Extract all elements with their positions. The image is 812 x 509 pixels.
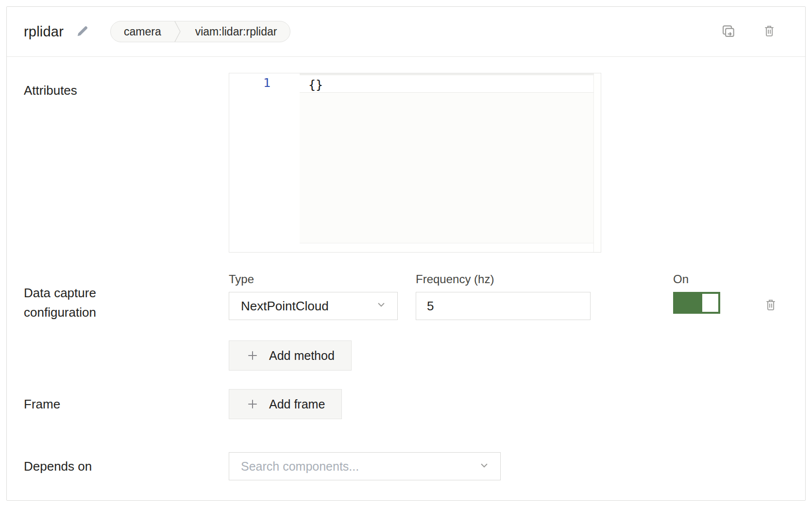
capture-type-group: Type NextPointCloud [229, 273, 398, 320]
chip-subtype: camera [111, 21, 174, 42]
attributes-row: Attributes 1 {} [24, 73, 788, 253]
data-capture-content: Type NextPointCloud Frequency (hz) [229, 273, 788, 371]
component-card: rplidar camera viam:lidar:rplidar [6, 6, 806, 501]
capture-type-label: Type [229, 273, 398, 285]
chevron-down-icon [478, 459, 491, 474]
editor-vertical-scrollbar[interactable] [593, 73, 601, 252]
depends-on-label: Depends on [24, 457, 229, 476]
component-type-chip: camera viam:lidar:rplidar [110, 21, 290, 42]
add-method-button[interactable]: Add method [229, 340, 352, 371]
attributes-label: Attributes [24, 81, 229, 100]
rename-button[interactable] [75, 24, 90, 40]
editor-line-number-gutter: 1 [229, 73, 300, 252]
add-frame-label: Add frame [269, 397, 325, 411]
depends-on-row: Depends on [24, 452, 788, 480]
data-capture-toggle[interactable] [673, 292, 720, 314]
capture-type-value: NextPointCloud [241, 299, 329, 314]
data-capture-row: Data capture configuration Type NextPoin… [24, 273, 788, 371]
delete-component-button[interactable] [762, 24, 776, 40]
pencil-icon [75, 24, 90, 40]
trash-icon [764, 298, 778, 314]
capture-frequency-input[interactable] [416, 292, 591, 320]
header-actions [721, 23, 776, 40]
component-header: rplidar camera viam:lidar:rplidar [7, 7, 805, 57]
plus-icon [246, 397, 259, 411]
delete-capture-method-button[interactable] [764, 298, 778, 314]
frame-content: Add frame [229, 389, 788, 419]
toggle-knob [702, 294, 718, 312]
frame-label: Frame [24, 394, 229, 414]
capture-frequency-label: Frequency (hz) [416, 273, 591, 285]
chevron-separator-icon [174, 21, 182, 42]
search-components-input[interactable] [229, 453, 478, 480]
frame-row: Frame Add frame [24, 389, 788, 419]
editor-horizontal-scrollbar[interactable] [300, 243, 601, 252]
component-body: Attributes 1 {} Data capture configurati… [7, 57, 805, 499]
editor-code-area[interactable]: {} [300, 73, 601, 252]
chip-model: viam:lidar:rplidar [182, 21, 290, 42]
add-frame-button[interactable]: Add frame [229, 389, 342, 419]
depends-on-select[interactable] [229, 452, 501, 480]
capture-toggle-group: On [673, 273, 720, 314]
duplicate-icon [721, 23, 736, 40]
chevron-down-icon [375, 298, 388, 314]
editor-active-line[interactable]: {} [300, 73, 601, 93]
trash-icon [762, 24, 776, 40]
add-method-label: Add method [269, 349, 335, 363]
attributes-json-editor[interactable]: 1 {} [229, 73, 601, 253]
component-title: rplidar [24, 24, 64, 40]
data-capture-label: Data capture configuration [24, 283, 150, 322]
plus-icon [246, 349, 259, 362]
data-capture-method-row: Type NextPointCloud Frequency (hz) [229, 273, 788, 320]
depends-on-content [229, 452, 788, 480]
capture-type-select[interactable]: NextPointCloud [229, 292, 398, 320]
duplicate-button[interactable] [721, 23, 736, 40]
capture-toggle-label: On [673, 273, 720, 285]
line-number: 1 [229, 73, 271, 93]
capture-frequency-group: Frequency (hz) [416, 273, 591, 320]
